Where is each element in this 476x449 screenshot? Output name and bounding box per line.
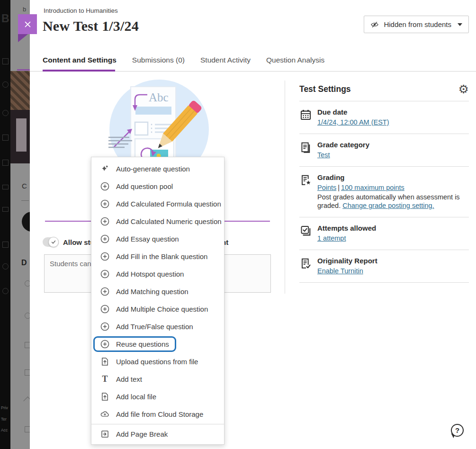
menu-item-label: Add local file [116, 393, 156, 401]
globe-icon[interactable] [2, 110, 9, 116]
menu-item-label: Add text [116, 375, 142, 383]
grade-posting-link[interactable]: Change grade posting setting. [342, 202, 434, 209]
terms-link[interactable]: Ter [1, 417, 7, 422]
background-tab-fragment: C [22, 182, 27, 190]
content-settings-divider [285, 81, 285, 294]
background-banner-image [10, 71, 30, 110]
app-sidebar: B Priv Ter Acc [0, 0, 10, 449]
circle-plus-icon [100, 287, 110, 296]
dimmed-background-page: b C D [10, 0, 30, 449]
menu-item-add-local-file[interactable]: Add local file [91, 388, 224, 405]
visibility-dropdown[interactable]: Hidden from students [364, 16, 469, 33]
background-tab-underline [17, 69, 30, 71]
test-illustration: Abc [105, 80, 214, 164]
tab-content-and-settings[interactable]: Content and Settings [43, 56, 117, 64]
illustration-abc-text: Abc [149, 91, 169, 104]
menu-item-label: Add question pool [116, 182, 173, 190]
originality-link[interactable]: Enable Turnitin [317, 267, 363, 275]
menu-item-essay[interactable]: Add Essay question [91, 230, 224, 248]
breadcrumb-course-name: Introduction to Humanities [44, 7, 118, 14]
menu-footer: Add Page Break [91, 424, 224, 444]
menu-item-multiple-choice[interactable]: Add Multiple Choice question [91, 300, 224, 318]
circle-plus-icon [100, 269, 110, 279]
help-icon: ? [451, 424, 464, 437]
privacy-link[interactable]: Priv [1, 405, 8, 410]
text-icon: T [100, 374, 110, 384]
grading-points-link[interactable]: Points [317, 184, 336, 191]
tab-student-activity[interactable]: Student Activity [200, 56, 251, 64]
menu-item-label: Add Calculated Numeric question [116, 217, 222, 225]
signout-icon[interactable] [2, 288, 9, 294]
circle-plus-icon [100, 339, 110, 349]
menu-item-label: Add Essay question [116, 235, 179, 243]
attempts-link[interactable]: 1 attempt [317, 234, 346, 242]
attempts-label: Attempts allowed [317, 224, 376, 232]
menu-item-upload-questions[interactable]: Upload questions from file [91, 353, 224, 370]
close-panel-button[interactable] [18, 14, 37, 34]
menu-item-auto-generate[interactable]: Auto-generate question [91, 160, 224, 178]
menu-item-add-text[interactable]: T Add text [91, 370, 224, 388]
menu-item-page-break[interactable]: Add Page Break [91, 425, 224, 443]
grading-max-points-link[interactable]: 100 maximum points [341, 184, 404, 191]
circle-plus-icon [100, 199, 110, 209]
menu-item-calculated-numeric[interactable]: Add Calculated Numeric question [91, 213, 224, 230]
originality-label: Originality Report [317, 257, 377, 265]
menu-item-fill-in-blank[interactable]: Add Fill in the Blank question [91, 248, 224, 265]
menu-item-reuse-questions[interactable]: Reuse questions [91, 335, 224, 353]
menu-item-matching[interactable]: Add Matching question [91, 283, 224, 300]
check-icon [51, 239, 56, 245]
background-divider [21, 200, 29, 201]
background-heading-fragment: D [21, 259, 27, 267]
reuse-questions-focus-ring: Reuse questions [93, 336, 176, 352]
file-upload-icon [100, 392, 110, 402]
file-upload-icon [100, 357, 110, 367]
document-star-icon [299, 173, 313, 210]
menu-item-hotspot[interactable]: Add Hotspot question [91, 265, 224, 283]
document-icon [299, 141, 313, 159]
menu-item-label: Add Multiple Choice question [116, 305, 208, 313]
menu-item-label: Add True/False question [116, 323, 193, 331]
menu-item-cloud-storage[interactable]: Add file from Cloud Storage [91, 405, 224, 423]
menu-item-label: Add file from Cloud Storage [116, 410, 203, 418]
tab-bar: Content and Settings Submissions (0) Stu… [43, 49, 324, 71]
grading-label: Grading [317, 173, 469, 181]
assist-icon[interactable] [2, 263, 9, 269]
tools-icon[interactable] [2, 242, 9, 248]
menu-item-label: Add Calculated Formula question [116, 200, 221, 208]
originality-section: Originality Report Enable Turnitin [299, 250, 469, 283]
institution-icon[interactable] [2, 58, 9, 64]
circle-plus-icon [100, 304, 110, 314]
grade-category-link[interactable]: Test [317, 151, 330, 159]
gear-icon[interactable]: ⚙ [458, 84, 469, 94]
menu-item-true-false[interactable]: Add True/False question [91, 318, 224, 335]
test-settings-panel: Test Settings ⚙ Due date 1/4/24, 12:00 A… [299, 84, 469, 283]
due-date-section: Due date 1/4/24, 12:00 AM (EST) [299, 101, 469, 134]
tab-question-analysis[interactable]: Question Analysis [266, 56, 324, 64]
organizations-icon[interactable] [2, 160, 9, 166]
cloud-upload-icon [100, 409, 110, 419]
active-tab-underline [43, 70, 115, 72]
help-button[interactable]: ? [450, 424, 464, 438]
close-button-fold [18, 34, 28, 42]
menu-item-question-pool[interactable]: Add question pool [91, 178, 224, 195]
menu-item-calculated-formula[interactable]: Add Calculated Formula question [91, 195, 224, 213]
add-question-menu: Auto-generate question Add question pool… [91, 157, 225, 445]
grade-category-section: Grade category Test [299, 134, 469, 167]
profile-icon[interactable] [2, 81, 9, 88]
page-break-icon [100, 429, 110, 439]
close-icon [24, 20, 32, 28]
due-date-link[interactable]: 1/4/24, 12:00 AM (EST) [317, 118, 389, 126]
circle-plus-icon [100, 234, 110, 244]
due-date-label: Due date [317, 108, 389, 116]
courses-icon[interactable] [2, 135, 9, 141]
messages-icon[interactable] [2, 185, 9, 189]
test-panel: Introduction to Humanities New Test 1/3/… [30, 0, 476, 449]
allow-students-toggle[interactable] [43, 237, 59, 247]
circle-plus-icon [100, 251, 110, 261]
accessibility-link[interactable]: Acc [1, 428, 8, 432]
circle-plus-icon [100, 216, 110, 226]
tab-submissions[interactable]: Submissions (0) [132, 56, 185, 64]
grades-icon[interactable] [2, 207, 9, 212]
app-logo: B [1, 12, 9, 25]
page-title: New Test 1/3/24 [43, 18, 139, 34]
